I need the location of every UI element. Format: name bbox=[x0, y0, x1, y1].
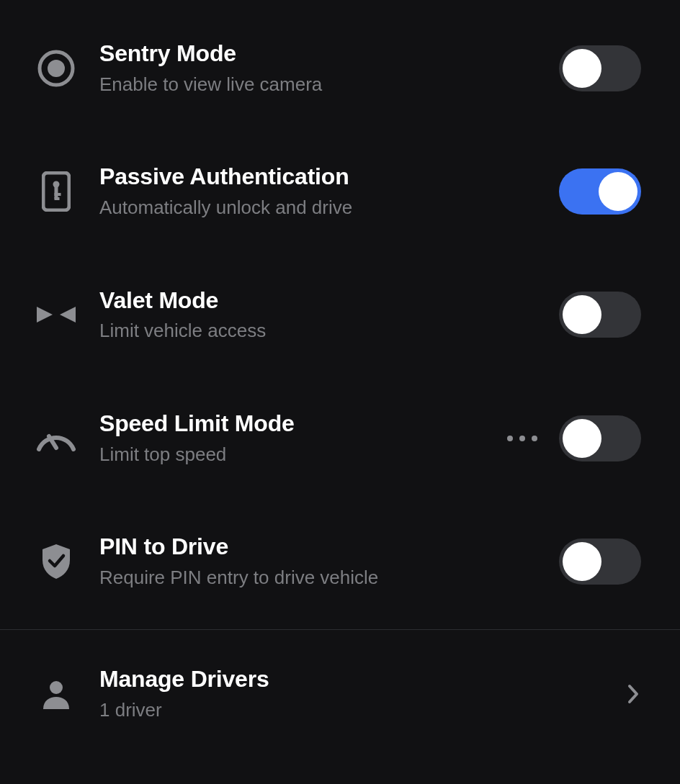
pin-to-drive-text: PIN to Drive Require PIN entry to drive … bbox=[99, 533, 545, 589]
passive-auth-row[interactable]: Passive Authentication Automatically unl… bbox=[0, 136, 680, 259]
manage-drivers-subtitle: 1 driver bbox=[99, 698, 611, 722]
speed-limit-row[interactable]: Speed Limit Mode Limit top speed bbox=[0, 383, 680, 506]
chevron-right-icon bbox=[625, 686, 641, 702]
bowtie-icon bbox=[35, 293, 78, 336]
svg-point-1 bbox=[48, 60, 65, 77]
manage-drivers-row[interactable]: Manage Drivers 1 driver bbox=[0, 630, 680, 757]
svg-rect-5 bbox=[55, 193, 61, 196]
sentry-mode-subtitle: Enable to view live camera bbox=[99, 73, 545, 96]
sentry-mode-toggle[interactable] bbox=[559, 45, 641, 91]
pin-to-drive-toggle[interactable] bbox=[559, 539, 641, 585]
shield-check-icon bbox=[35, 540, 78, 583]
security-settings-list: Sentry Mode Enable to view live camera P… bbox=[0, 0, 680, 758]
pin-to-drive-title: PIN to Drive bbox=[99, 533, 545, 560]
speed-limit-text: Speed Limit Mode Limit top speed bbox=[99, 410, 493, 466]
sentry-mode-title: Sentry Mode bbox=[99, 40, 545, 67]
valet-mode-subtitle: Limit vehicle access bbox=[99, 319, 545, 343]
svg-rect-4 bbox=[55, 186, 58, 199]
valet-mode-title: Valet Mode bbox=[99, 287, 545, 314]
passive-auth-toggle[interactable] bbox=[559, 168, 641, 215]
sentry-mode-icon bbox=[35, 47, 78, 90]
speed-limit-title: Speed Limit Mode bbox=[99, 410, 493, 437]
sentry-mode-text: Sentry Mode Enable to view live camera bbox=[99, 40, 545, 96]
speed-limit-more-icon[interactable] bbox=[507, 436, 537, 441]
pin-to-drive-row[interactable]: PIN to Drive Require PIN entry to drive … bbox=[0, 506, 680, 629]
passive-auth-title: Passive Authentication bbox=[99, 163, 545, 190]
svg-point-8 bbox=[50, 681, 63, 694]
valet-mode-row[interactable]: Valet Mode Limit vehicle access bbox=[0, 260, 680, 383]
key-card-icon bbox=[35, 170, 78, 213]
person-icon bbox=[35, 672, 78, 716]
valet-mode-text: Valet Mode Limit vehicle access bbox=[99, 287, 545, 343]
passive-auth-text: Passive Authentication Automatically unl… bbox=[99, 163, 545, 219]
sentry-mode-row[interactable]: Sentry Mode Enable to view live camera bbox=[0, 0, 680, 136]
pin-to-drive-subtitle: Require PIN entry to drive vehicle bbox=[99, 566, 545, 590]
speed-limit-subtitle: Limit top speed bbox=[99, 443, 493, 467]
svg-rect-6 bbox=[55, 197, 60, 200]
speed-limit-toggle[interactable] bbox=[559, 415, 641, 461]
passive-auth-subtitle: Automatically unlock and drive bbox=[99, 196, 545, 220]
manage-drivers-title: Manage Drivers bbox=[99, 666, 611, 693]
manage-drivers-text: Manage Drivers 1 driver bbox=[99, 666, 611, 721]
valet-mode-toggle[interactable] bbox=[559, 292, 641, 338]
speedometer-icon bbox=[35, 417, 78, 460]
